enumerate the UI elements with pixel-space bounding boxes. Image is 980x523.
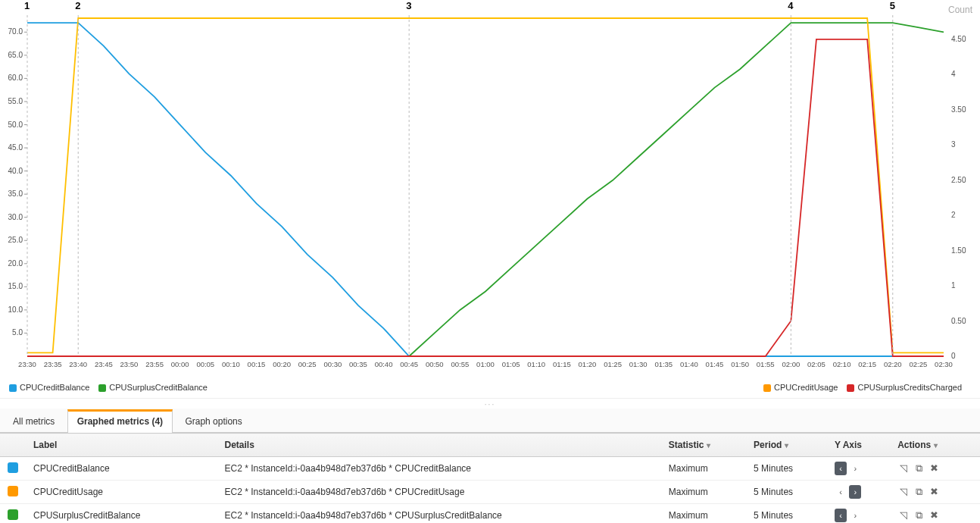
- alarm-icon[interactable]: ◹: [897, 462, 910, 474]
- remove-icon[interactable]: ✖: [928, 462, 940, 474]
- chart-area: 5.010.015.020.025.030.035.040.045.050.05…: [0, 0, 980, 379]
- legend-item[interactable]: CPUSurplusCreditBalance: [98, 383, 208, 392]
- line-chart-svg: 5.010.015.020.025.030.035.040.045.050.05…: [0, 0, 980, 379]
- svg-text:02:15: 02:15: [858, 360, 876, 368]
- svg-text:65.0: 65.0: [8, 51, 23, 59]
- cell-actions: ◹⧉✖: [890, 481, 980, 504]
- svg-text:01:40: 01:40: [680, 360, 698, 368]
- svg-text:01:00: 01:00: [476, 360, 495, 368]
- cell-period[interactable]: 5 Minutes: [746, 504, 827, 523]
- dropdown-icon[interactable]: ▾: [707, 441, 710, 449]
- svg-text:01:50: 01:50: [731, 360, 749, 368]
- tab-graph-options[interactable]: Graph options: [175, 409, 251, 433]
- chart-annotation: 3: [406, 0, 411, 11]
- svg-text:5.0: 5.0: [12, 328, 23, 337]
- legend-item[interactable]: CPUSurplusCreditsCharged: [847, 383, 962, 392]
- alarm-icon[interactable]: ◹: [897, 509, 910, 521]
- col-statistic: Statistic▾: [661, 434, 746, 457]
- legend-right: CPUCreditUsageCPUSurplusCreditsCharged: [763, 382, 971, 392]
- legend-label: CPUSurplusCreditsCharged: [857, 383, 962, 392]
- svg-text:3.50: 3.50: [951, 105, 966, 114]
- svg-text:01:35: 01:35: [654, 360, 673, 368]
- svg-text:02:05: 02:05: [807, 360, 826, 368]
- svg-text:40.0: 40.0: [8, 167, 23, 175]
- col-details: Details: [217, 434, 660, 457]
- series-swatch[interactable]: [8, 509, 18, 520]
- svg-text:01:45: 01:45: [706, 360, 724, 368]
- svg-text:00:05: 00:05: [196, 360, 214, 368]
- svg-text:4.50: 4.50: [951, 35, 966, 43]
- cell-statistic[interactable]: Maximum: [661, 481, 746, 504]
- svg-text:50.0: 50.0: [8, 121, 23, 129]
- col-actions: Actions▾: [890, 434, 980, 457]
- series-swatch[interactable]: [8, 462, 18, 473]
- svg-text:00:10: 00:10: [222, 360, 240, 368]
- svg-text:1.50: 1.50: [951, 246, 966, 255]
- yaxis-right-button[interactable]: ›: [849, 462, 861, 475]
- svg-text:35.0: 35.0: [8, 189, 23, 198]
- metrics-tbody: CPUCreditBalanceEC2 * InstanceId:i-0aa4b…: [0, 457, 980, 523]
- svg-text:70.0: 70.0: [8, 27, 23, 36]
- legend-swatch: [847, 384, 854, 392]
- svg-text:60.0: 60.0: [8, 74, 23, 82]
- dropdown-icon[interactable]: ▾: [934, 441, 938, 449]
- legend-item[interactable]: CPUCreditBalance: [9, 383, 89, 392]
- col-period: Period▾: [746, 434, 827, 457]
- remove-icon[interactable]: ✖: [928, 486, 940, 497]
- svg-text:01:05: 01:05: [502, 360, 520, 368]
- dropdown-icon[interactable]: ▾: [785, 441, 788, 449]
- yaxis-left-button[interactable]: ‹: [835, 509, 847, 522]
- cell-statistic[interactable]: Maximum: [661, 457, 746, 481]
- duplicate-icon[interactable]: ⧉: [913, 462, 925, 474]
- svg-text:2.50: 2.50: [951, 176, 966, 184]
- yaxis-right-button[interactable]: ›: [849, 485, 861, 499]
- svg-text:0: 0: [951, 352, 956, 360]
- svg-text:01:10: 01:10: [527, 360, 545, 368]
- tab-all-metrics[interactable]: All metrics: [3, 409, 64, 433]
- legend-swatch: [763, 384, 771, 392]
- svg-text:00:30: 00:30: [323, 360, 342, 368]
- svg-text:00:15: 00:15: [248, 360, 266, 368]
- alarm-icon[interactable]: ◹: [897, 486, 910, 497]
- legend-swatch: [98, 384, 106, 392]
- yaxis-left-button[interactable]: ‹: [835, 462, 847, 475]
- svg-text:02:00: 02:00: [782, 360, 800, 368]
- svg-text:25.0: 25.0: [8, 236, 23, 244]
- svg-text:2: 2: [951, 211, 956, 219]
- legend-swatch: [9, 384, 17, 392]
- series-swatch[interactable]: [8, 486, 18, 496]
- svg-text:01:30: 01:30: [629, 360, 648, 368]
- tabs-bar: All metrics Graphed metrics (4) Graph op…: [0, 409, 980, 433]
- cell-statistic[interactable]: Maximum: [661, 504, 746, 523]
- remove-icon[interactable]: ✖: [928, 509, 940, 521]
- tab-graphed-metrics[interactable]: Graphed metrics (4): [67, 409, 173, 433]
- metrics-table: Label Details Statistic▾ Period▾ Y Axis …: [0, 433, 980, 523]
- svg-text:45.0: 45.0: [8, 143, 23, 152]
- svg-text:02:25: 02:25: [909, 360, 927, 368]
- cell-actions: ◹⧉✖: [890, 457, 980, 481]
- svg-text:01:15: 01:15: [553, 360, 571, 368]
- duplicate-icon[interactable]: ⧉: [913, 509, 925, 521]
- chart-annotation: 5: [890, 0, 895, 11]
- cell-period[interactable]: 5 Minutes: [746, 481, 827, 504]
- cell-period[interactable]: 5 Minutes: [746, 457, 827, 481]
- table-row: CPUCreditBalanceEC2 * InstanceId:i-0aa4b…: [0, 457, 980, 481]
- svg-text:00:55: 00:55: [451, 360, 469, 368]
- chart-annotation: 2: [75, 0, 80, 11]
- duplicate-icon[interactable]: ⧉: [913, 486, 925, 498]
- cell-label: CPUSurplusCreditBalance: [26, 504, 217, 523]
- yaxis-right-button[interactable]: ›: [849, 509, 861, 522]
- legend-item[interactable]: CPUCreditUsage: [763, 383, 838, 392]
- svg-text:15.0: 15.0: [8, 282, 23, 290]
- svg-text:23:30: 23:30: [18, 360, 36, 368]
- cell-details: EC2 * InstanceId:i-0aa4b948d7eb37d6b * C…: [217, 481, 660, 504]
- cell-details: EC2 * InstanceId:i-0aa4b948d7eb37d6b * C…: [217, 457, 660, 481]
- cell-label: CPUCreditUsage: [26, 481, 217, 504]
- svg-text:10.0: 10.0: [8, 305, 23, 314]
- svg-text:55.0: 55.0: [8, 97, 23, 105]
- table-row: CPUSurplusCreditBalanceEC2 * InstanceId:…: [0, 504, 980, 523]
- svg-text:01:20: 01:20: [579, 360, 597, 368]
- legend-label: CPUCreditUsage: [774, 383, 838, 392]
- yaxis-left-button[interactable]: ‹: [835, 485, 847, 499]
- resize-handle[interactable]: ···: [0, 398, 980, 409]
